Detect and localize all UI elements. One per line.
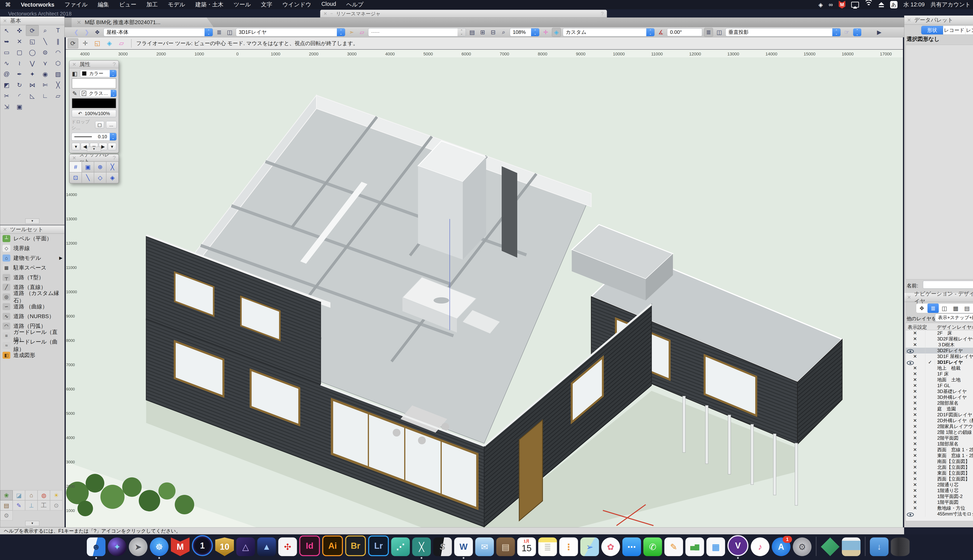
toolset-item[interactable]: ∿ 道路（NURBS） [0, 312, 64, 321]
tool-button[interactable]: ◠ [52, 47, 64, 58]
safari[interactable]: ☸ [150, 537, 169, 556]
chevron-updown-icon[interactable]: ⌃⌄ [204, 28, 213, 36]
scrivener[interactable]: S [433, 537, 452, 556]
downloads-folder[interactable]: ↓ [870, 537, 889, 556]
tool-button[interactable]: ➥ [0, 36, 13, 47]
notes[interactable]: ≣ [538, 537, 557, 556]
dock-icon[interactable]: ▦ [706, 537, 725, 556]
dock-icon[interactable]: ✣ [278, 537, 297, 556]
snap-toggle[interactable]: # [69, 162, 82, 172]
mode-button[interactable]: ▱ [116, 38, 127, 48]
dock-separator-1[interactable] [816, 537, 816, 556]
submenu-arrow-icon[interactable]: ▶ [59, 255, 64, 260]
dock-icon[interactable]: S [433, 537, 452, 556]
account-menu[interactable]: 共有アカウント [931, 1, 971, 8]
dock-icon[interactable]: A 1 [772, 537, 791, 556]
snap-toggle[interactable]: ╲ [82, 172, 94, 183]
snap-toggle[interactable]: ╳ [106, 162, 119, 172]
toolset-category-button[interactable]: ◪ [13, 490, 25, 500]
dock-icon[interactable]: ⚙ [793, 537, 811, 556]
visibility-cell[interactable]: ✕ [906, 488, 925, 493]
toolset-category-button[interactable]: ☀ [50, 490, 62, 500]
palette-titlebar[interactable]: ✕ スナップパレット ? [69, 154, 119, 162]
fill-color-preview[interactable] [72, 78, 116, 88]
visibility-cell[interactable]: ✕ [906, 458, 925, 464]
trash[interactable] [891, 537, 909, 556]
active-class-select[interactable]: 屋根-本体 ⌃⌄ [104, 28, 213, 37]
layer-row[interactable]: ✕ ✓ 敷地線・方位 31 [906, 505, 973, 511]
visibility-cell[interactable]: ✕ [906, 505, 925, 511]
tool-button[interactable]: ◜ [13, 90, 26, 101]
tool-button[interactable]: ∥ [52, 36, 64, 47]
shield-10[interactable]: 10 [215, 537, 234, 556]
navigation-tab[interactable]: ≣ [928, 303, 939, 313]
help-icon[interactable]: ? [113, 61, 116, 68]
dock-icon[interactable]: ╳ [412, 537, 431, 556]
mail[interactable]: ✉ [475, 537, 494, 556]
layer-row[interactable]: ✕ ✓ 2D外構レイヤ（配置図用）… 16 [906, 418, 973, 423]
dock-icon[interactable]: ♪ [751, 537, 769, 556]
visibility-cell[interactable]: ✕ [906, 429, 925, 435]
projection-select[interactable]: 垂直投影 ⌃⌄ [726, 28, 841, 37]
active-layer-select[interactable]: 3D1Fレイヤ ⌃⌄ [236, 28, 345, 37]
layer-row[interactable]: ✕ ✓ 3D2F屋根レイヤ作図編 2 [906, 336, 973, 342]
x-app[interactable]: ╳ [412, 537, 431, 556]
snap-toggle[interactable]: ◈ [106, 172, 119, 183]
navigation-tab[interactable]: ❖ [916, 303, 928, 313]
visibility-cell[interactable]: ✕ [906, 464, 925, 470]
dock-icon[interactable]: ✦ [108, 537, 127, 556]
back-button[interactable]: ❮ [72, 29, 80, 36]
chevron-updown-icon[interactable]: ⌃⌄ [337, 28, 345, 36]
help-icon[interactable]: ? [601, 11, 604, 17]
eject-icon[interactable] [878, 2, 884, 7]
visibility-cell[interactable]: ✕ [906, 406, 925, 412]
working-plane-icon[interactable]: ▱ [358, 29, 366, 36]
drop-shadow-more-button[interactable]: ... [106, 121, 117, 128]
palette-titlebar[interactable]: ✕ 基本 [0, 17, 64, 25]
vectorworks-updater-icon[interactable]: ◈ [819, 2, 823, 8]
drop-shadow-toggle[interactable]: ▢ [95, 121, 104, 128]
layer-row[interactable]: ✕ ✓ 2階通り芯 27 [906, 482, 973, 488]
visibility-cell[interactable]: ✕ [906, 423, 925, 429]
visibility-cell[interactable]: ✕ [906, 493, 925, 499]
palette-collapse-handle[interactable]: ▼ [87, 147, 101, 152]
layer-row[interactable]: ✕ ✓ 1階部屋名 20 [906, 441, 973, 447]
toolset-item[interactable]: ≈ ガードレール（曲線） [0, 341, 64, 350]
layer-row[interactable]: ✕ ✓ 庭 造園 14 [906, 406, 973, 412]
tool-button[interactable]: ⟳ [26, 25, 39, 36]
word[interactable]: W [454, 537, 473, 556]
toolset-item[interactable]: ┬ 道路（T型） [0, 273, 64, 282]
photo-stack[interactable] [842, 537, 861, 556]
dock-icon[interactable]: 10 [215, 537, 234, 556]
mode-button[interactable]: ⟳ [68, 38, 78, 48]
dock-icon[interactable]: ➤ [129, 537, 147, 556]
lightroom[interactable]: Lr [368, 535, 389, 556]
snap-toggle[interactable]: ◇ [94, 172, 106, 183]
tool-button[interactable]: ⇲ [0, 101, 13, 112]
chevron-updown-icon[interactable]: ⌃⌄ [111, 90, 116, 97]
tool-button[interactable]: ∿ [0, 58, 13, 68]
pen-style-select[interactable]: ↱ クラス… ⌃⌄ [80, 90, 117, 97]
reminders[interactable]: ⋮ [559, 537, 578, 556]
palette-collapse-handle[interactable]: ▼ [25, 521, 39, 526]
dock-icon[interactable]: ⋯ [622, 537, 641, 556]
contacts[interactable]: ▤ [496, 537, 515, 556]
menu-item[interactable]: ウインドウ [277, 1, 316, 8]
aurora[interactable]: ▲ [257, 537, 276, 556]
data-palette-titlebar[interactable]: ✕ データパレット ? [904, 15, 973, 25]
visibility-cell[interactable]: ✕ [906, 371, 925, 377]
dock-icon[interactable]: ⋰ [391, 537, 410, 556]
finder[interactable]: ☻ [87, 537, 105, 556]
menu-item[interactable]: 建築・土木 [190, 1, 229, 8]
opacity-button[interactable]: ↶ 100%/100% [72, 110, 116, 117]
unified-view-icon[interactable]: ◈ [552, 28, 561, 37]
close-icon[interactable]: ✕ [907, 17, 911, 23]
minimize-icon[interactable]: − [330, 11, 333, 16]
pen-color-preview[interactable] [72, 98, 116, 108]
menu-item[interactable]: Cloud [316, 1, 341, 8]
prev-class-icon[interactable]: ➣ [347, 29, 356, 36]
layer-stack-icon[interactable]: ≣ [215, 29, 223, 36]
view-select[interactable]: カスタム ⌃⌄ [563, 28, 655, 37]
teal-stripes-app[interactable]: ⋰ [391, 537, 410, 556]
tool-button[interactable]: ⌕ [39, 25, 52, 36]
